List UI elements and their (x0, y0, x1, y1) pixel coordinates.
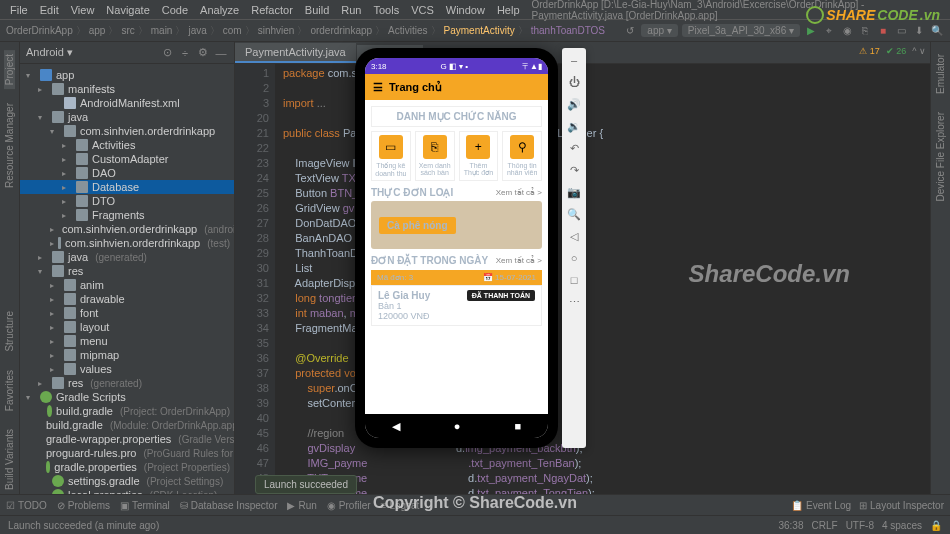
tree-node[interactable]: settings.gradle(Project Settings) (20, 474, 234, 488)
sdk-icon[interactable]: ⬇ (912, 24, 926, 38)
back-button[interactable]: ◀ (392, 420, 400, 433)
project-tree[interactable]: ▾app▸manifestsAndroidManifest.xml▾java▾c… (20, 64, 234, 494)
emu-zoom-icon[interactable]: 🔍 (566, 206, 582, 222)
sync-icon[interactable]: ↺ (623, 24, 637, 38)
tree-node[interactable]: gradle.properties(Project Properties) (20, 460, 234, 474)
tree-node[interactable]: ▾app (20, 68, 234, 82)
emu-back-icon[interactable]: ◁ (566, 228, 582, 244)
editor-tab-paymentactivity[interactable]: PaymentActivity.java (235, 43, 356, 63)
favorites-tab[interactable]: Favorites (4, 366, 15, 415)
indent[interactable]: 4 spaces (882, 520, 922, 531)
menu-file[interactable]: File (4, 4, 34, 16)
stop-icon[interactable]: ■ (876, 24, 890, 38)
menu-build[interactable]: Build (299, 4, 335, 16)
todo-tab[interactable]: ☑ TODO (6, 500, 47, 511)
tree-node[interactable]: ▸java(generated) (20, 250, 234, 264)
breadcrumb[interactable]: OrderDrinkApp〉app〉src〉main〉java〉com〉sinh… (6, 24, 605, 38)
emu-camera-icon[interactable]: 📷 (566, 184, 582, 200)
build-variants-tab[interactable]: Build Variants (4, 425, 15, 494)
hide-icon[interactable]: — (214, 46, 228, 60)
tree-node[interactable]: ▾java (20, 110, 234, 124)
tree-node[interactable]: ▸DTO (20, 194, 234, 208)
menu-navigate[interactable]: Navigate (100, 4, 155, 16)
project-view-selector[interactable]: Android ▾ (26, 46, 73, 59)
function-item[interactable]: ▭Thống kêdoanh thu (371, 131, 411, 181)
tree-node[interactable]: ▾com.sinhvien.orderdrinkapp (20, 124, 234, 138)
menu-edit[interactable]: Edit (34, 4, 65, 16)
menu-code[interactable]: Code (156, 4, 194, 16)
menu-vcs[interactable]: VCS (405, 4, 440, 16)
problems-tab[interactable]: ⊘ Problems (57, 500, 110, 511)
collapse-icon[interactable]: ⊙ (160, 46, 174, 60)
tree-node[interactable]: ▸anim (20, 278, 234, 292)
tree-node[interactable]: build.gradle(Project: OrderDrinkApp) (20, 404, 234, 418)
tree-node[interactable]: gradle-wrapper.properties(Gradle Version… (20, 432, 234, 446)
structure-tab[interactable]: Structure (4, 307, 15, 356)
debug-icon[interactable]: ⌖ (822, 24, 836, 38)
emu-power-icon[interactable]: ⏻ (566, 74, 582, 90)
see-all-link[interactable]: Xem tất cả > (496, 188, 542, 197)
home-button[interactable]: ● (454, 420, 461, 432)
tree-node[interactable]: ▸com.sinhvien.orderdrinkapp(androidTest) (20, 222, 234, 236)
tree-node[interactable]: ▸font (20, 306, 234, 320)
menu-view[interactable]: View (65, 4, 101, 16)
tree-node[interactable]: ▸mipmap (20, 348, 234, 362)
terminal-tab[interactable]: ▣ Terminal (120, 500, 170, 511)
emu-overview-icon[interactable]: □ (566, 272, 582, 288)
emu-close-icon[interactable]: – (566, 52, 582, 68)
emu-home-icon[interactable]: ○ (566, 250, 582, 266)
tree-node[interactable]: ▸layout (20, 320, 234, 334)
profiler-tab[interactable]: ◉ Profiler (327, 500, 371, 511)
run-tab[interactable]: ▶ Run (287, 500, 316, 511)
tree-node[interactable]: ▸values (20, 362, 234, 376)
avd-icon[interactable]: ▭ (894, 24, 908, 38)
database-inspector-tab[interactable]: ⛁ Database Inspector (180, 500, 278, 511)
menu-help[interactable]: Help (491, 4, 526, 16)
menu-analyze[interactable]: Analyze (194, 4, 245, 16)
tree-node[interactable]: ▸DAO (20, 166, 234, 180)
tree-node[interactable]: local.properties(SDK Location) (20, 488, 234, 494)
emu-vol-down-icon[interactable]: 🔉 (566, 118, 582, 134)
recents-button[interactable]: ■ (514, 420, 521, 432)
tree-node[interactable]: AndroidManifest.xml (20, 96, 234, 110)
device-explorer-tab[interactable]: Device File Explorer (935, 108, 946, 205)
emu-more-icon[interactable]: ⋯ (566, 294, 582, 310)
emu-rotate-right-icon[interactable]: ↷ (566, 162, 582, 178)
tree-node[interactable]: ▾Gradle Scripts (20, 390, 234, 404)
tree-node[interactable]: proguard-rules.pro(ProGuard Rules for Or… (20, 446, 234, 460)
tree-node[interactable]: build.gradle(Module: OrderDrinkApp.app) (20, 418, 234, 432)
gear-icon[interactable]: ⚙ (196, 46, 210, 60)
tree-node[interactable]: ▸drawable (20, 292, 234, 306)
tree-node[interactable]: ▸res(generated) (20, 376, 234, 390)
menu-tools[interactable]: Tools (367, 4, 405, 16)
emu-rotate-left-icon[interactable]: ↶ (566, 140, 582, 156)
encoding[interactable]: UTF-8 (846, 520, 874, 531)
device-selector[interactable]: Pixel_3a_API_30_x86 ▾ (682, 24, 800, 37)
function-item[interactable]: ⎘Xem danhsách bàn (415, 131, 455, 181)
phone-screen[interactable]: 3:18G ◧ ▾ •〒▲▮ ☰ Trang chủ DANH MỤC CHỨC… (365, 58, 548, 438)
tree-node[interactable]: ▸menu (20, 334, 234, 348)
see-all-orders-link[interactable]: Xem tất cả > (496, 256, 542, 265)
run-icon[interactable]: ▶ (804, 24, 818, 38)
attach-icon[interactable]: ⎘ (858, 24, 872, 38)
tree-node[interactable]: ▸Activities (20, 138, 234, 152)
layout-inspector-tab[interactable]: ⊞ Layout Inspector (859, 500, 944, 511)
tree-node[interactable]: ▾res (20, 264, 234, 278)
resource-manager-tab[interactable]: Resource Manager (4, 99, 15, 192)
emulator-tab[interactable]: Emulator (935, 50, 946, 98)
emu-vol-up-icon[interactable]: 🔊 (566, 96, 582, 112)
order-card[interactable]: Lê Gia HuyĐÃ THANH TOÁN Bàn 1 120000 VNĐ (371, 285, 542, 326)
line-sep[interactable]: CRLF (812, 520, 838, 531)
tree-node[interactable]: ▸Database (20, 180, 234, 194)
tree-node[interactable]: ▸com.sinhvien.orderdrinkapp(test) (20, 236, 234, 250)
menu-window[interactable]: Window (440, 4, 491, 16)
event-log-tab[interactable]: 📋 Event Log (791, 500, 851, 511)
function-item[interactable]: +ThêmThực đơn (459, 131, 499, 181)
project-tool-tab[interactable]: Project (4, 50, 15, 89)
function-item[interactable]: ⚲Thông tinnhân viên (502, 131, 542, 181)
expand-icon[interactable]: ÷ (178, 46, 192, 60)
inspection-badges[interactable]: ⚠ 17 ✔ 26 ^ ∨ (859, 46, 926, 56)
menu-refactor[interactable]: Refactor (245, 4, 299, 16)
run-config-selector[interactable]: app ▾ (641, 24, 677, 37)
tree-node[interactable]: ▸CustomAdapter (20, 152, 234, 166)
